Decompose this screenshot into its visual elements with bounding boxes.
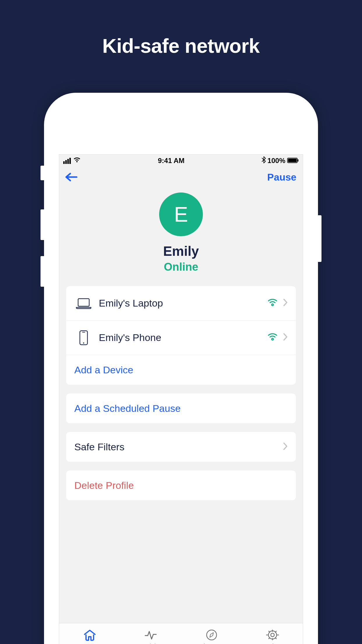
laptop-icon <box>74 298 93 309</box>
bluetooth-icon <box>262 156 266 165</box>
phone-device-icon <box>74 330 93 346</box>
delete-profile-button[interactable]: Delete Profile <box>66 470 296 500</box>
activity-icon <box>144 629 157 641</box>
tab-discover-label: Discover <box>199 643 224 644</box>
nav-bar: Pause <box>59 167 303 187</box>
wifi-status-icon <box>73 157 81 165</box>
svg-rect-1 <box>288 159 297 162</box>
add-device-label: Add a Device <box>74 364 288 376</box>
status-time: 9:41 AM <box>158 157 184 165</box>
device-row[interactable]: Emily's Phone <box>66 321 296 355</box>
profile-name: Emily <box>59 243 303 259</box>
svg-point-5 <box>83 342 84 344</box>
battery-percent: 100% <box>268 157 285 165</box>
scheduled-pause-card: Add a Scheduled Pause <box>66 393 296 423</box>
compass-icon <box>205 629 218 641</box>
profile-header: E Emily Online <box>59 187 303 286</box>
slide-headline: Kid-safe network <box>0 0 362 57</box>
delete-profile-label: Delete Profile <box>74 480 288 491</box>
svg-point-7 <box>207 630 217 640</box>
avatar-initial: E <box>174 202 188 226</box>
gear-icon <box>266 629 279 641</box>
cell-signal-icon <box>63 158 71 164</box>
chevron-right-icon <box>283 441 288 453</box>
tab-discover[interactable]: Discover <box>181 623 242 644</box>
tab-settings[interactable]: Settings <box>242 623 303 644</box>
devices-card: Emily's Laptop <box>66 286 296 385</box>
status-right: 100% <box>262 156 299 165</box>
content-area: Emily's Laptop <box>59 286 303 500</box>
app-screen: 9:41 AM 100% <box>59 154 303 644</box>
tab-activity[interactable]: Activity <box>120 623 181 644</box>
tab-activity-label: Activity <box>140 643 161 644</box>
pause-button[interactable]: Pause <box>267 172 296 183</box>
safe-filters-label: Safe Filters <box>74 441 283 453</box>
tab-bar: Home Activity <box>59 623 303 644</box>
add-scheduled-pause-button[interactable]: Add a Scheduled Pause <box>66 393 296 423</box>
chevron-right-icon <box>283 332 288 343</box>
battery-icon <box>287 157 299 165</box>
svg-rect-6 <box>82 332 85 332</box>
device-name: Emily's Laptop <box>93 298 267 309</box>
wifi-connected-icon <box>267 298 278 309</box>
phone-frame: 9:41 AM 100% <box>44 93 318 644</box>
device-name: Emily's Phone <box>93 332 267 343</box>
wifi-connected-icon <box>267 332 278 343</box>
svg-rect-2 <box>298 159 298 162</box>
delete-profile-card: Delete Profile <box>66 470 296 500</box>
avatar[interactable]: E <box>159 192 203 236</box>
device-row[interactable]: Emily's Laptop <box>66 286 296 321</box>
svg-point-8 <box>271 633 274 637</box>
home-icon <box>83 629 96 641</box>
add-scheduled-pause-label: Add a Scheduled Pause <box>74 403 288 414</box>
safe-filters-card: Safe Filters <box>66 432 296 462</box>
profile-status: Online <box>59 261 303 273</box>
tab-home[interactable]: Home <box>59 623 120 644</box>
status-bar: 9:41 AM 100% <box>59 155 303 167</box>
tab-home-label: Home <box>81 643 98 644</box>
status-left <box>63 157 81 165</box>
tab-settings-label: Settings <box>261 643 284 644</box>
svg-rect-3 <box>78 299 89 306</box>
add-device-button[interactable]: Add a Device <box>66 355 296 385</box>
chevron-right-icon <box>283 298 288 309</box>
back-button[interactable] <box>64 172 78 182</box>
safe-filters-button[interactable]: Safe Filters <box>66 432 296 462</box>
arrow-left-icon <box>64 172 78 182</box>
app-store-slide: Kid-safe network <box>0 0 362 644</box>
svg-point-9 <box>268 631 277 639</box>
